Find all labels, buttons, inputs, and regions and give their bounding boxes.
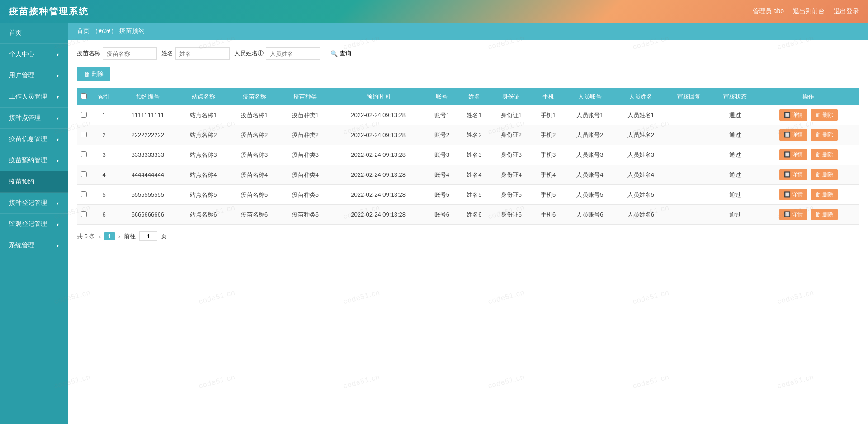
- row-vaccine-name: 疫苗名称4: [229, 165, 280, 185]
- col-name: 姓名: [458, 88, 491, 105]
- row-person-account: 人员账号3: [564, 145, 615, 165]
- sidebar-item-register-mgmt-label: 接种登记管理: [9, 199, 47, 207]
- row-phone: 手机1: [532, 105, 565, 125]
- row-name: 姓名1: [458, 105, 491, 125]
- sidebar-item-staff-mgmt[interactable]: 工作人员管理 ▾: [0, 86, 68, 108]
- row-index: 4: [90, 165, 118, 185]
- sidebar-item-personal-label: 个人中心: [9, 50, 34, 58]
- row-checkbox-cell: [77, 185, 90, 205]
- sidebar-item-vaccine-info[interactable]: 疫苗信息管理 ▾: [0, 129, 68, 150]
- row-reply: [666, 205, 712, 225]
- batch-delete-button[interactable]: 🗑 删除: [77, 67, 110, 81]
- row-account: 账号4: [426, 165, 458, 185]
- person-name-input[interactable]: [175, 47, 230, 60]
- row-account: 账号5: [426, 185, 458, 205]
- sidebar-item-system-mgmt-label: 系统管理: [9, 241, 34, 250]
- row-person-account: 人员账号1: [564, 105, 615, 125]
- col-person-name: 人员姓名: [615, 88, 666, 105]
- row-vaccine-name: 疫苗名称2: [229, 125, 280, 145]
- row-id-card: 身份证1: [491, 105, 532, 125]
- next-page-button[interactable]: ›: [118, 233, 120, 240]
- goto-page-input[interactable]: [139, 231, 157, 241]
- row-person-account: 人员账号5: [564, 185, 615, 205]
- detail-button[interactable]: 🔲 详情: [779, 129, 807, 141]
- row-vaccine-type: 疫苗种类1: [280, 105, 331, 125]
- person-username-input[interactable]: [266, 47, 320, 60]
- row-phone: 手机2: [532, 125, 565, 145]
- detail-button[interactable]: 🔲 详情: [779, 189, 807, 200]
- row-id-card: 身份证6: [491, 205, 532, 225]
- sidebar-item-user-mgmt[interactable]: 用户管理 ▾: [0, 65, 68, 86]
- row-appt-time: 2022-02-24 09:13:28: [331, 165, 426, 185]
- person-username-label: 人员姓名①: [234, 49, 264, 57]
- row-reply: [666, 165, 712, 185]
- row-site: 站点名称3: [178, 145, 229, 165]
- row-actions: 🔲 详情 🗑 删除: [758, 125, 859, 145]
- col-phone: 手机: [532, 88, 565, 105]
- row-checkbox[interactable]: [81, 211, 87, 217]
- detail-button[interactable]: 🔲 详情: [779, 209, 807, 220]
- row-index: 6: [90, 205, 118, 225]
- row-checkbox-cell: [77, 145, 90, 165]
- sidebar-item-system-mgmt[interactable]: 系统管理 ▾: [0, 235, 68, 256]
- row-checkbox[interactable]: [81, 132, 87, 137]
- vaccine-name-input[interactable]: [103, 47, 157, 60]
- row-checkbox[interactable]: [81, 112, 87, 118]
- detail-button[interactable]: 🔲 详情: [779, 169, 807, 180]
- logout-button[interactable]: 退出登录: [834, 7, 859, 15]
- delete-button[interactable]: 🗑 删除: [811, 109, 837, 121]
- row-status: 通过: [712, 105, 758, 125]
- back-to-frontend-button[interactable]: 退出到前台: [793, 7, 825, 15]
- delete-button[interactable]: 🗑 删除: [811, 209, 837, 220]
- row-site: 站点名称4: [178, 165, 229, 185]
- chevron-down-icon: ▾: [57, 94, 59, 99]
- row-checkbox[interactable]: [81, 191, 87, 197]
- breadcrumb-home[interactable]: 首页: [77, 27, 90, 35]
- row-vaccine-type: 疫苗种类6: [280, 205, 331, 225]
- data-table-wrapper: 索引 预约编号 站点名称 疫苗名称 疫苗种类 预约时间 账号 姓名 身份证 手机…: [77, 88, 859, 225]
- delete-button[interactable]: 🗑 删除: [811, 169, 837, 180]
- row-appt-time: 2022-02-24 09:13:28: [331, 105, 426, 125]
- chevron-down-icon: ▾: [57, 243, 59, 248]
- row-checkbox[interactable]: [81, 151, 87, 157]
- sidebar-item-staff-mgmt-label: 工作人员管理: [9, 93, 47, 101]
- col-actions: 操作: [758, 88, 859, 105]
- row-vaccine-name: 疫苗名称5: [229, 185, 280, 205]
- delete-button[interactable]: 🗑 删除: [811, 189, 837, 200]
- row-site: 站点名称1: [178, 105, 229, 125]
- row-account: 账号2: [426, 125, 458, 145]
- detail-button[interactable]: 🔲 详情: [779, 149, 807, 160]
- sidebar-item-vaccine-reserve[interactable]: 疫苗预约: [0, 171, 68, 193]
- select-all-checkbox[interactable]: [81, 93, 87, 99]
- person-username-field: 人员姓名①: [234, 47, 320, 60]
- row-checkbox[interactable]: [81, 171, 87, 177]
- delete-button[interactable]: 🗑 删除: [811, 129, 837, 141]
- row-account: 账号1: [426, 105, 458, 125]
- sidebar-item-personal[interactable]: 个人中心 ▾: [0, 44, 68, 65]
- sidebar-item-visit-mgmt[interactable]: 留观登记管理 ▾: [0, 214, 68, 235]
- row-name: 姓名3: [458, 145, 491, 165]
- chevron-down-icon: ▾: [57, 73, 59, 78]
- row-phone: 手机6: [532, 205, 565, 225]
- row-reply: [666, 185, 712, 205]
- person-name-field: 姓名: [161, 47, 230, 60]
- breadcrumb: 首页 （♥ω♥） 疫苗预约: [68, 23, 868, 40]
- delete-button[interactable]: 🗑 删除: [811, 149, 837, 160]
- current-page[interactable]: 1: [104, 232, 115, 240]
- prev-page-button[interactable]: ‹: [99, 233, 100, 240]
- detail-button[interactable]: 🔲 详情: [779, 109, 807, 121]
- search-button[interactable]: 🔍 查询: [325, 47, 357, 60]
- sidebar-item-vaccine-appt-mgmt[interactable]: 疫苗预约管理 ▾: [0, 150, 68, 171]
- breadcrumb-current: 疫苗预约: [119, 27, 145, 35]
- col-status: 审核状态: [712, 88, 758, 105]
- row-actions: 🔲 详情 🗑 删除: [758, 205, 859, 225]
- admin-label: 管理员 abo: [753, 7, 784, 15]
- row-person-name: 人员姓名3: [615, 145, 666, 165]
- table-row: 6 6666666666 站点名称6 疫苗名称6 疫苗种类6 2022-02-2…: [77, 205, 859, 225]
- sidebar-item-register-mgmt[interactable]: 接种登记管理 ▾: [0, 193, 68, 214]
- col-site: 站点名称: [178, 88, 229, 105]
- row-person-name: 人员姓名4: [615, 165, 666, 185]
- sidebar-item-site-mgmt[interactable]: 接种点管理 ▾: [0, 108, 68, 129]
- col-vaccine-type: 疫苗种类: [280, 88, 331, 105]
- sidebar-item-home[interactable]: 首页: [0, 23, 68, 44]
